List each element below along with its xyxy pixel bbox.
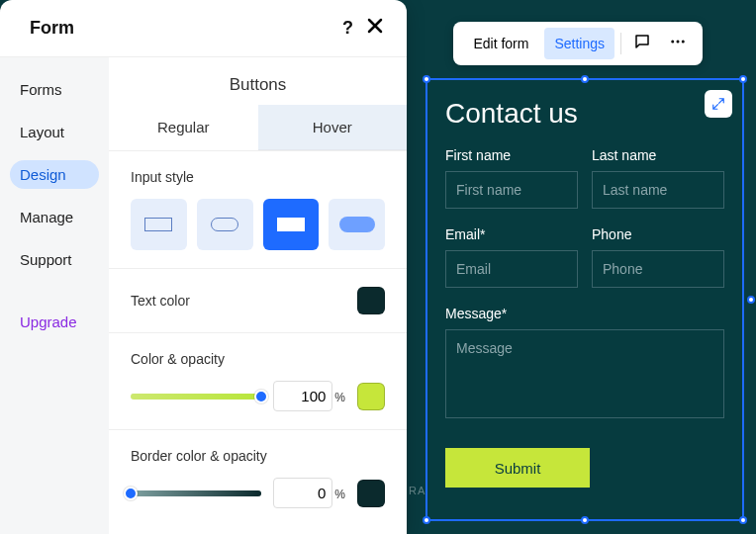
text-color-label: Text color — [131, 293, 190, 309]
close-icon[interactable] — [367, 18, 383, 39]
submit-button[interactable]: Submit — [445, 448, 590, 488]
edit-form-button[interactable]: Edit form — [463, 28, 538, 59]
border-opacity-unit: % — [334, 488, 345, 501]
more-icon[interactable] — [663, 29, 693, 59]
selection-handle[interactable] — [739, 516, 747, 524]
message-input[interactable] — [445, 329, 724, 418]
panel-sidebar: Forms Layout Design Manage Support Upgra… — [0, 57, 109, 534]
tab-hover[interactable]: Hover — [258, 105, 408, 149]
sidebar-item-forms[interactable]: Forms — [10, 75, 99, 104]
brand-watermark: RA — [409, 485, 425, 496]
style-option-pill-fill[interactable] — [329, 199, 385, 250]
phone-label: Phone — [592, 226, 724, 242]
border-color-opacity-label: Border color & opacity — [131, 448, 385, 464]
chat-icon[interactable] — [627, 29, 657, 59]
border-opacity-value[interactable]: 0 — [273, 478, 332, 508]
email-label: Email* — [445, 226, 578, 242]
opacity-value[interactable]: 100 — [273, 381, 332, 411]
style-tabs: Regular Hover — [109, 105, 407, 150]
first-name-input[interactable] — [445, 171, 578, 209]
sidebar-item-layout[interactable]: Layout — [10, 118, 99, 146]
form-design-panel: Form ? Forms Layout Design Manage Suppor… — [0, 0, 407, 534]
last-name-label: Last name — [592, 147, 724, 163]
style-option-rect-outline[interactable] — [131, 199, 187, 250]
style-option-rect-fill[interactable] — [263, 199, 320, 250]
svg-point-1 — [677, 40, 680, 43]
selection-handle[interactable] — [739, 75, 747, 83]
selection-handle[interactable] — [581, 516, 589, 524]
first-name-label: First name — [445, 147, 578, 163]
color-opacity-swatch[interactable] — [357, 383, 385, 410]
input-style-label: Input style — [131, 169, 385, 185]
email-input[interactable] — [445, 250, 578, 288]
help-icon[interactable]: ? — [342, 18, 353, 39]
form-preview-canvas[interactable]: Contact us First name Last name Email* P… — [425, 78, 744, 521]
input-style-group: Input style — [109, 150, 407, 268]
opacity-unit: % — [334, 391, 345, 404]
sidebar-item-design[interactable]: Design — [10, 160, 99, 189]
panel-content: Buttons Regular Hover Input style Text c… — [109, 57, 407, 534]
panel-title: Form — [30, 18, 74, 39]
selection-handle[interactable] — [581, 75, 589, 83]
selection-handle[interactable] — [423, 516, 430, 524]
toolbar-separator — [620, 33, 621, 54]
phone-input[interactable] — [592, 250, 724, 288]
sidebar-item-support[interactable]: Support — [10, 245, 99, 274]
last-name-input[interactable] — [592, 171, 724, 209]
border-opacity-slider[interactable] — [131, 490, 261, 496]
expand-icon[interactable] — [705, 90, 732, 118]
panel-header: Form ? — [0, 0, 407, 57]
section-title: Buttons — [109, 57, 407, 105]
color-opacity-group: Color & opacity 100 % — [109, 332, 407, 429]
tab-regular[interactable]: Regular — [109, 105, 258, 149]
message-label: Message* — [445, 306, 724, 321]
style-option-pill-outline[interactable] — [197, 199, 253, 250]
settings-button[interactable]: Settings — [544, 28, 614, 59]
sidebar-item-manage[interactable]: Manage — [10, 203, 99, 231]
border-color-opacity-group: Border color & opacity 0 % — [109, 429, 407, 526]
selection-handle[interactable] — [747, 296, 755, 304]
svg-point-0 — [671, 40, 674, 43]
canvas-toolbar: Edit form Settings — [453, 22, 703, 65]
color-opacity-label: Color & opacity — [131, 351, 385, 367]
svg-point-2 — [682, 40, 685, 43]
border-color-opacity-swatch[interactable] — [357, 480, 385, 507]
opacity-slider[interactable] — [131, 394, 261, 400]
text-color-group: Text color — [109, 268, 407, 332]
sidebar-item-upgrade[interactable]: Upgrade — [10, 308, 99, 336]
selection-handle[interactable] — [423, 75, 430, 83]
text-color-swatch[interactable] — [357, 287, 385, 314]
form-title: Contact us — [445, 98, 724, 130]
